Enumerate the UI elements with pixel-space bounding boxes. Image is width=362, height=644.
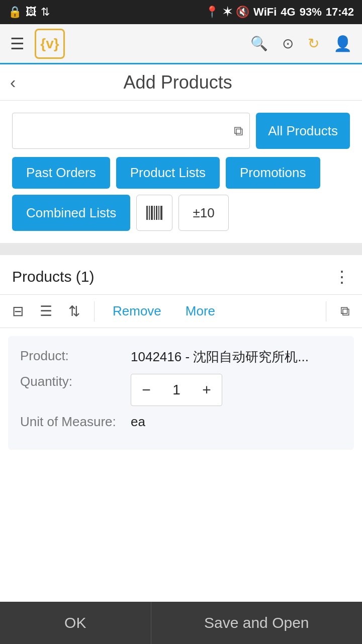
product-toolbar: ⊟ ☰ ⇅ Remove More ⧉: [0, 294, 362, 328]
svg-rect-6: [160, 206, 162, 220]
svg-rect-0: [146, 206, 148, 220]
quantity-value: 1: [161, 382, 192, 398]
products-title: Products (1): [12, 268, 94, 285]
svg-rect-3: [154, 206, 155, 220]
barcode-icon: [145, 204, 163, 222]
bluetooth-icon: ✶: [223, 6, 232, 19]
quantity-row: Quantity: − 1 +: [20, 374, 342, 406]
save-and-open-button[interactable]: Save and Open: [151, 602, 362, 644]
refresh-button[interactable]: ↻: [304, 31, 323, 56]
svg-rect-5: [158, 206, 159, 220]
menu-button[interactable]: ☰: [6, 30, 29, 57]
toolbar-separator: [94, 301, 95, 321]
products-more-options-button[interactable]: ⋮: [334, 267, 350, 286]
remove-button[interactable]: Remove: [105, 299, 169, 323]
nav-bar: ☰ {v} 🔍 ⊙ ↻ 👤: [0, 24, 362, 64]
past-orders-button[interactable]: Past Orders: [12, 157, 110, 189]
content-spacer: [0, 530, 362, 602]
network-icon: 4G: [281, 6, 295, 19]
lock-icon: 🔒: [8, 6, 22, 19]
user-button[interactable]: 👤: [329, 31, 356, 56]
more-actions-button[interactable]: More: [177, 299, 223, 323]
barcode-button[interactable]: [136, 195, 172, 231]
image-icon: 🖼: [26, 6, 37, 19]
svg-rect-1: [149, 206, 150, 220]
grid-view-button[interactable]: ⊟: [8, 299, 28, 324]
bottom-bar: OK Save and Open: [0, 602, 362, 644]
uom-value: ea: [131, 414, 342, 430]
time-display: 17:42: [326, 6, 354, 19]
products-section: Products (1) ⋮ ⊟ ☰ ⇅ Remove More ⧉ Produ…: [0, 255, 362, 530]
back-button[interactable]: ‹: [10, 72, 16, 92]
product-label: Product:: [20, 348, 131, 364]
svg-rect-2: [151, 206, 153, 220]
quantity-stepper[interactable]: − 1 +: [131, 374, 222, 406]
wifi-icon: WiFi: [253, 6, 277, 19]
list-view-button[interactable]: ☰: [36, 299, 56, 324]
product-lists-button[interactable]: Product Lists: [116, 157, 220, 189]
search-button[interactable]: 🔍: [246, 31, 272, 56]
page-header: ‹ Add Products: [0, 64, 362, 101]
toolbar-copy-button[interactable]: ⧉: [336, 299, 354, 323]
uom-row: Unit of Measure: ea: [20, 414, 342, 430]
status-left: 🔒 🖼 ⇅: [8, 6, 50, 19]
signal-icon: ⇅: [41, 6, 50, 19]
promotions-button[interactable]: Promotions: [226, 157, 320, 189]
filter-area: Past Orders Product Lists Promotions Com…: [0, 157, 362, 243]
toolbar-separator-2: [326, 301, 326, 321]
quantity-label: Quantity:: [20, 374, 131, 389]
search-field-wrap[interactable]: ⧉: [12, 113, 250, 149]
location-icon: 📍: [205, 6, 219, 19]
section-divider: [0, 243, 362, 255]
product-value: 1042416 - 沈阳自动研究所机...: [131, 348, 342, 366]
product-name-row: Product: 1042416 - 沈阳自动研究所机...: [20, 348, 342, 366]
search-area: ⧉ All Products: [0, 101, 362, 157]
products-header: Products (1) ⋮: [0, 255, 362, 294]
copy-icon[interactable]: ⧉: [234, 123, 243, 139]
status-right: 📍 ✶ 🔇 WiFi 4G 93% 17:42: [205, 6, 354, 19]
all-products-button[interactable]: All Products: [256, 113, 350, 149]
quantity-range-control[interactable]: ±10: [178, 195, 229, 231]
combined-lists-button[interactable]: Combined Lists: [12, 195, 130, 231]
search-input[interactable]: [19, 124, 234, 138]
page-title: Add Products: [24, 72, 352, 93]
battery-pct: 93%: [300, 6, 322, 19]
product-card: Product: 1042416 - 沈阳自动研究所机... Quantity:…: [8, 336, 354, 450]
sort-button[interactable]: ⇅: [64, 299, 84, 324]
status-bar: 🔒 🖼 ⇅ 📍 ✶ 🔇 WiFi 4G 93% 17:42: [0, 0, 362, 24]
uom-label: Unit of Measure:: [20, 414, 131, 430]
quantity-minus-button[interactable]: −: [131, 374, 161, 406]
quantity-plus-button[interactable]: +: [192, 374, 222, 406]
svg-rect-4: [156, 206, 157, 220]
mute-icon: 🔇: [236, 6, 249, 19]
alert-button[interactable]: ⊙: [278, 31, 298, 56]
ok-button[interactable]: OK: [0, 602, 151, 644]
app-logo: {v}: [35, 29, 65, 59]
